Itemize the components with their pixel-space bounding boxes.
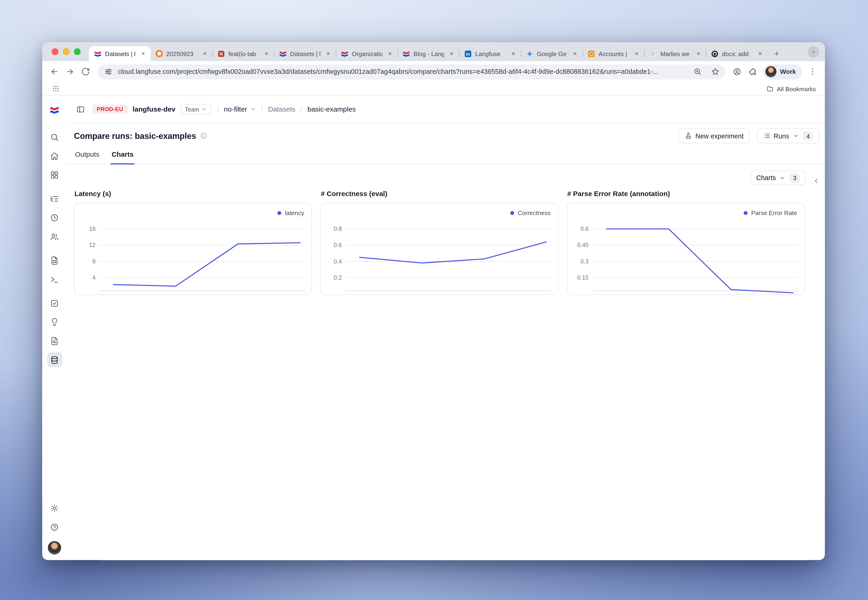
project-dropdown[interactable]: no-filter (224, 105, 256, 113)
tab-title: Datasets | l (290, 50, 321, 57)
tab-close-icon[interactable] (263, 50, 271, 58)
browser-tab-3[interactable]: feat(io-tab (212, 46, 274, 61)
browser-tab-5[interactable]: Organizatio (336, 46, 398, 61)
sidebar-item-support[interactable] (47, 520, 62, 535)
bookmark-star-icon[interactable] (709, 65, 722, 79)
browser-tab-4[interactable]: Datasets | l (274, 46, 335, 61)
chevron-down-icon (792, 133, 798, 139)
breadcrumb-separator: / (261, 105, 263, 114)
org-role-dropdown[interactable]: Team (181, 104, 212, 115)
tab-close-icon[interactable] (694, 50, 703, 58)
sidebar-item-tracing[interactable] (47, 191, 62, 206)
user-avatar[interactable] (48, 541, 61, 555)
legend-label: latency (285, 209, 304, 216)
breadcrumb-org[interactable]: langfuse-dev (132, 105, 175, 113)
tab-close-icon[interactable] (571, 50, 579, 58)
browser-toolbar: cloud.langfuse.com/project/cmfwgv8fx002o… (42, 61, 825, 82)
tab-search-button[interactable] (807, 46, 819, 58)
browser-tab-6[interactable]: Blog - Lang (398, 46, 459, 61)
extensions-puzzle-icon[interactable] (745, 64, 760, 79)
sidebar-item-users[interactable] (47, 229, 62, 244)
address-bar[interactable]: cloud.langfuse.com/project/cmfwgv8fx002o… (97, 64, 725, 79)
tab-close-icon[interactable] (633, 50, 641, 58)
user-circle-icon[interactable] (730, 64, 744, 79)
breadcrumb-datasets-link[interactable]: Datasets (268, 105, 295, 113)
tab-strip: Datasets | l20250923feat(io-tabDatasets … (42, 42, 825, 61)
sidebar-item-datasets[interactable] (47, 352, 62, 367)
url-text[interactable]: cloud.langfuse.com/project/cmfwgv8fx002o… (118, 68, 687, 76)
tab-close-icon[interactable] (324, 50, 332, 58)
close-window-button[interactable] (52, 48, 58, 55)
site-settings-icon[interactable] (103, 65, 113, 79)
tab-title: Organizatio (352, 50, 382, 57)
chart-card: latency481216 (74, 203, 312, 295)
maximize-window-button[interactable] (74, 48, 80, 55)
profile-chip[interactable]: Work (763, 64, 802, 79)
chart-plot: 481216 (74, 203, 311, 294)
apps-grid-icon[interactable] (49, 82, 62, 95)
sidebar-item-ask-ai[interactable] (47, 314, 62, 329)
new-tab-button[interactable] (770, 47, 783, 60)
runs-dropdown[interactable]: Runs 4 (757, 128, 819, 143)
legend-dot (744, 211, 748, 215)
svg-text:0.6: 0.6 (334, 242, 342, 248)
legend-dot (510, 211, 514, 215)
sidebar-item-search[interactable] (47, 129, 62, 144)
sidebar-group (47, 191, 62, 244)
sidebar-item-annotation[interactable] (47, 333, 62, 348)
browser-tab-7[interactable]: Langfuse (459, 46, 520, 61)
back-button[interactable] (47, 64, 62, 79)
browser-tab-10[interactable]: Marlies we (644, 46, 706, 61)
collapse-panel-icon[interactable] (810, 175, 821, 186)
browser-menu-icon[interactable] (806, 64, 820, 79)
tab-close-icon[interactable] (448, 50, 456, 58)
charts-dropdown-label: Charts (756, 174, 776, 182)
chevron-down-icon (202, 106, 208, 112)
sidebar-item-dashboards[interactable] (47, 167, 62, 182)
sidebar-item-settings[interactable] (47, 500, 62, 515)
browser-tab-1[interactable]: Datasets | l (89, 46, 150, 61)
sidebar-item-sessions[interactable] (47, 210, 62, 225)
langfuse-favicon (94, 50, 102, 58)
git-red-favicon (217, 50, 225, 58)
charts-count-badge: 3 (790, 173, 800, 183)
tab-close-icon[interactable] (756, 50, 764, 58)
new-experiment-label: New experiment (695, 132, 744, 140)
forward-button[interactable] (63, 64, 77, 79)
info-icon[interactable] (200, 132, 207, 139)
zoom-icon[interactable] (691, 65, 704, 79)
browser-tab-8[interactable]: Google Ge (521, 46, 583, 61)
svg-text:0.15: 0.15 (577, 274, 589, 281)
new-experiment-button[interactable]: New experiment (679, 128, 750, 143)
reload-button[interactable] (78, 64, 93, 79)
chart-plot: 0.20.40.60.8 (321, 203, 558, 294)
cloud-orange-favicon (587, 50, 595, 58)
browser-tab-2[interactable]: 20250923 (150, 46, 212, 61)
list-icon (763, 132, 770, 139)
svg-text:0.4: 0.4 (334, 258, 342, 265)
tab-close-icon[interactable] (386, 50, 394, 58)
tab-charts[interactable]: Charts (111, 150, 135, 164)
browser-tab-11[interactable]: docs: add (706, 46, 768, 61)
tab-close-icon[interactable] (200, 50, 209, 58)
tab-close-icon[interactable] (139, 50, 147, 58)
breadcrumb-current: basic-examples (308, 105, 356, 113)
sidebar-item-playground[interactable] (47, 272, 62, 287)
breadcrumb-separator: / (217, 105, 219, 114)
langfuse-logo[interactable] (50, 105, 59, 115)
all-bookmarks-button[interactable]: All Bookmarks (764, 84, 818, 93)
tab-outputs[interactable]: Outputs (74, 150, 100, 164)
sidebar-item-evaluation[interactable] (47, 295, 62, 311)
browser-tab-9[interactable]: Accounts | (583, 46, 644, 61)
charts-dropdown[interactable]: Charts 3 (750, 171, 806, 185)
sidebar-item-prompts[interactable] (47, 253, 62, 268)
gemini-favicon (526, 50, 534, 58)
tab-close-icon[interactable] (509, 50, 517, 58)
org-role-label: Team (185, 106, 199, 112)
sidebar-toggle-icon[interactable] (74, 103, 87, 116)
chart-column-2: # Correctness (eval)Correctness0.20.40.6… (320, 190, 558, 295)
profile-label: Work (780, 68, 796, 75)
sidebar-item-home[interactable] (47, 148, 62, 164)
minimize-window-button[interactable] (63, 48, 70, 55)
browser-window: Datasets | l20250923feat(io-tabDatasets … (42, 42, 825, 560)
